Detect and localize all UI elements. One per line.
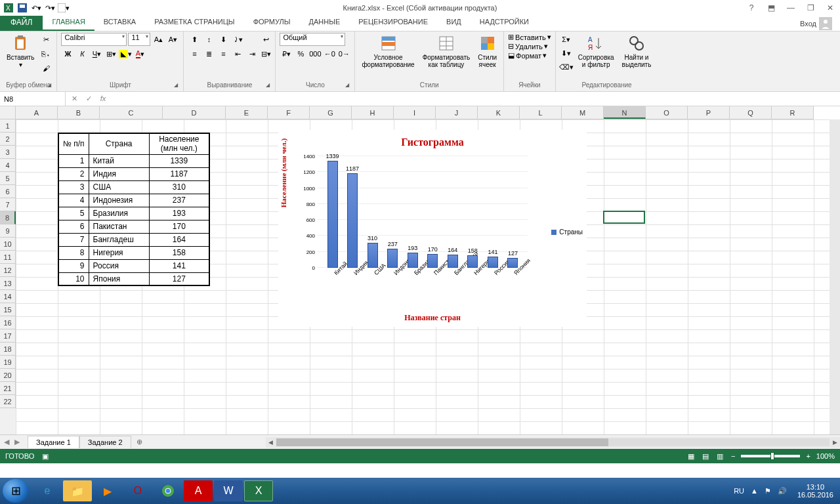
col-G[interactable]: G xyxy=(310,106,352,119)
vertical-scrollbar[interactable] xyxy=(830,119,840,434)
row-3[interactable]: 3 xyxy=(0,146,16,159)
taskbar-excel[interactable]: X xyxy=(244,480,273,501)
sort-filter-button[interactable]: АЯСортировка и фильтр xyxy=(576,33,617,70)
undo-icon[interactable]: ↶▾ xyxy=(30,2,42,14)
taskbar-acrobat[interactable]: A xyxy=(184,480,213,501)
underline-button[interactable]: Ч▾ xyxy=(90,47,103,60)
align-left-button[interactable]: ≡ xyxy=(188,47,201,60)
italic-button[interactable]: К xyxy=(75,47,89,60)
copy-button[interactable]: ⎘▾ xyxy=(39,47,52,60)
zoom-out-button[interactable]: − xyxy=(729,452,737,460)
row-11[interactable]: 11 xyxy=(0,251,16,264)
redo-icon[interactable]: ↷▾ xyxy=(44,2,56,14)
format-painter-button[interactable]: 🖌 xyxy=(39,62,52,75)
row-22[interactable]: 22 xyxy=(0,395,16,408)
row-13[interactable]: 13 xyxy=(0,277,16,290)
login-link[interactable]: Вход xyxy=(792,16,840,31)
col-Q[interactable]: Q xyxy=(730,106,772,119)
col-F[interactable]: F xyxy=(268,106,310,119)
minimize-icon[interactable]: — xyxy=(784,2,798,14)
format-table-button[interactable]: Форматировать как таблицу xyxy=(420,33,473,70)
col-P[interactable]: P xyxy=(688,106,730,119)
row-7[interactable]: 7 xyxy=(0,198,16,211)
table-cell[interactable]: 170 xyxy=(149,220,209,233)
decrease-font-button[interactable]: A▾ xyxy=(166,33,179,46)
col-C[interactable]: C xyxy=(100,106,163,119)
help-icon[interactable]: ? xyxy=(744,2,759,14)
table-cell[interactable]: 141 xyxy=(149,259,209,272)
tab-разметка страницы[interactable]: РАЗМЕТКА СТРАНИЦЫ xyxy=(145,16,243,31)
row-15[interactable]: 15 xyxy=(0,303,16,316)
maximize-icon[interactable]: ❐ xyxy=(803,2,818,14)
sheet-tab[interactable]: Задание 2 xyxy=(79,436,131,448)
col-A[interactable]: A xyxy=(16,106,58,119)
tray-chevron-icon[interactable]: ▲ xyxy=(751,487,758,495)
tray-clock[interactable]: 13:10 16.05.2016 xyxy=(793,483,837,499)
table-cell[interactable]: 237 xyxy=(149,194,209,207)
taskbar-chrome[interactable] xyxy=(154,480,182,501)
merge-button[interactable]: ⊟▾ xyxy=(261,47,271,60)
align-bottom-button[interactable]: ⬇ xyxy=(217,33,230,46)
fill-button[interactable]: ⬇▾ xyxy=(560,47,573,60)
enter-formula-icon[interactable]: ✓ xyxy=(83,94,94,103)
table-cell[interactable]: 8 xyxy=(58,246,89,259)
table-cell[interactable]: 193 xyxy=(149,207,209,220)
zoom-in-button[interactable]: + xyxy=(804,452,812,460)
save-icon[interactable] xyxy=(16,2,28,14)
tab-вид[interactable]: ВИД xyxy=(437,16,471,31)
find-select-button[interactable]: Найти и выделить xyxy=(620,33,654,70)
table-cell[interactable]: 5 xyxy=(58,207,89,220)
horizontal-scrollbar[interactable]: ◀ ▶ xyxy=(266,437,840,448)
row-12[interactable]: 12 xyxy=(0,264,16,277)
tab-надстройки[interactable]: НАДСТРОЙКИ xyxy=(471,16,538,31)
row-19[interactable]: 19 xyxy=(0,356,16,369)
table-cell[interactable]: 1339 xyxy=(149,154,209,167)
clipboard-launcher[interactable]: ◢ xyxy=(47,82,55,90)
row-9[interactable]: 9 xyxy=(0,224,16,238)
table-cell[interactable]: Нигерия xyxy=(89,246,149,259)
taskbar-explorer[interactable]: 📁 xyxy=(63,480,92,501)
select-all-corner[interactable] xyxy=(0,106,16,119)
percent-button[interactable]: % xyxy=(294,47,307,60)
border-button[interactable]: ⊞▾ xyxy=(104,47,117,60)
col-R[interactable]: R xyxy=(772,106,814,119)
wrap-button[interactable]: ↩ xyxy=(261,33,271,46)
bold-button[interactable]: Ж xyxy=(61,47,74,60)
sheet-nav-prev[interactable]: ◀ xyxy=(4,438,13,446)
row-14[interactable]: 14 xyxy=(0,290,16,303)
tab-file[interactable]: ФАЙЛ xyxy=(0,16,43,31)
table-cell[interactable]: 4 xyxy=(58,194,89,207)
col-I[interactable]: I xyxy=(394,106,436,119)
table-cell[interactable]: Индия xyxy=(89,167,149,180)
row-21[interactable]: 21 xyxy=(0,382,16,395)
fontcolor-button[interactable]: A▾ xyxy=(133,47,146,60)
close-icon[interactable]: ✕ xyxy=(823,2,837,14)
add-sheet-button[interactable]: ⊕ xyxy=(131,438,148,446)
col-K[interactable]: K xyxy=(478,106,520,119)
row-2[interactable]: 2 xyxy=(0,133,16,146)
tray-lang[interactable]: RU xyxy=(734,487,744,495)
view-layout-button[interactable]: ▤ xyxy=(700,452,711,461)
name-box[interactable]: N8 xyxy=(0,92,66,106)
conditional-format-button[interactable]: Условное форматирование xyxy=(359,33,417,70)
scroll-thumb[interactable] xyxy=(276,438,608,446)
delete-cells-button[interactable]: ⊟Удалить ▾ xyxy=(508,42,551,51)
inc-decimal-button[interactable]: ←0 xyxy=(323,47,336,60)
row-6[interactable]: 6 xyxy=(0,185,16,198)
row-18[interactable]: 18 xyxy=(0,343,16,356)
table-cell[interactable]: Япония xyxy=(89,272,149,285)
align-top-button[interactable]: ⬆ xyxy=(188,33,201,46)
comma-button[interactable]: 000 xyxy=(308,47,322,60)
row-8[interactable]: 8 xyxy=(0,211,16,224)
chart[interactable]: Гистограмма Население (млн чел.) 0200400… xyxy=(278,130,587,327)
autosum-button[interactable]: Σ▾ xyxy=(560,33,573,46)
table-cell[interactable]: 7 xyxy=(58,233,89,246)
col-E[interactable]: E xyxy=(226,106,268,119)
taskbar-word[interactable]: W xyxy=(214,480,243,501)
tab-рецензирование[interactable]: РЕЦЕНЗИРОВАНИЕ xyxy=(349,16,437,31)
table-cell[interactable]: 9 xyxy=(58,259,89,272)
row-5[interactable]: 5 xyxy=(0,172,16,185)
fx-icon[interactable]: fx xyxy=(97,94,109,103)
cell-styles-button[interactable]: Стили ячеек xyxy=(475,33,499,70)
number-launcher[interactable]: ◢ xyxy=(345,82,353,90)
